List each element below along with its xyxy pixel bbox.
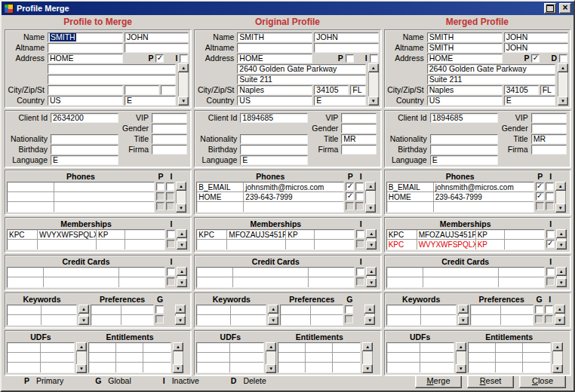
udf-cell[interactable] <box>387 343 420 353</box>
scroll-up-icon[interactable] <box>362 342 373 351</box>
primary-checkbox[interactable] <box>346 192 354 201</box>
memberships-scrollbar[interactable] <box>177 229 187 250</box>
udf-cell[interactable] <box>8 343 41 353</box>
language-field[interactable]: E <box>430 155 498 165</box>
entitlement-cell[interactable] <box>469 353 496 363</box>
inactive-checkbox[interactable] <box>356 277 364 286</box>
scroll-down-icon[interactable] <box>556 240 567 250</box>
scrollbar-track[interactable] <box>76 351 87 364</box>
address-type-field[interactable]: HOME <box>48 54 123 63</box>
firma-field[interactable] <box>531 145 567 155</box>
keyword-cell[interactable] <box>387 305 421 315</box>
inactive-checkbox[interactable] <box>546 202 554 210</box>
entitlements-scrollbar[interactable] <box>362 342 373 373</box>
inactive-checkbox[interactable] <box>356 240 364 248</box>
scroll-up-icon[interactable] <box>458 305 469 314</box>
credit-card-cell[interactable] <box>499 277 544 287</box>
global-checkbox[interactable] <box>535 305 543 314</box>
preference-cell[interactable] <box>281 305 311 315</box>
credit-card-cell[interactable] <box>119 277 165 287</box>
primary-checkbox[interactable] <box>156 182 165 191</box>
scroll-down-icon[interactable] <box>266 364 276 373</box>
membership-cell[interactable]: KP <box>286 230 315 240</box>
phone-value-cell[interactable] <box>244 202 343 212</box>
phone-type-cell[interactable] <box>387 202 434 212</box>
membership-cell[interactable] <box>197 240 227 250</box>
address-scrollbar[interactable] <box>558 63 568 106</box>
credit-card-cell[interactable] <box>44 277 119 287</box>
zip-field[interactable]: 34105 <box>504 85 539 95</box>
udf-cell[interactable] <box>8 353 41 363</box>
titlebar[interactable]: Profile Merge <box>2 2 573 15</box>
address-line2-field[interactable]: Suite 211 <box>237 75 365 84</box>
address-line2-field[interactable] <box>48 75 176 84</box>
entitlement-cell[interactable] <box>278 343 306 353</box>
state-field[interactable]: FL <box>540 85 555 95</box>
close-button[interactable]: Close <box>519 373 566 388</box>
maximize-button[interactable] <box>544 3 556 14</box>
udf-cell[interactable] <box>41 363 74 372</box>
scroll-up-icon[interactable] <box>555 182 566 191</box>
keyword-cell[interactable] <box>197 315 231 325</box>
state-field[interactable] <box>161 85 176 95</box>
udf-cell[interactable] <box>387 353 420 363</box>
scrollbar-track[interactable] <box>176 191 186 204</box>
membership-cell[interactable] <box>38 240 97 250</box>
primary-checkbox[interactable] <box>536 192 544 201</box>
inactive-checkbox[interactable] <box>355 192 364 201</box>
credit-card-cell[interactable] <box>197 268 233 277</box>
scroll-down-icon[interactable] <box>268 316 278 325</box>
client-id-field[interactable]: 1894685 <box>430 113 498 123</box>
birthday-field[interactable] <box>240 145 308 155</box>
keywords-scrollbar[interactable] <box>268 305 278 325</box>
scroll-down-icon[interactable] <box>365 204 376 213</box>
address-primary-checkbox[interactable] <box>346 54 354 63</box>
memberships-scrollbar[interactable] <box>556 229 567 250</box>
membership-cell[interactable]: KP <box>97 230 125 240</box>
firma-field[interactable] <box>341 145 377 155</box>
entitlement-cell[interactable] <box>523 353 550 363</box>
scrollbar-track[interactable] <box>558 72 568 96</box>
membership-cell[interactable]: KP <box>476 230 505 240</box>
primary-checkbox[interactable] <box>536 202 544 210</box>
title-field[interactable]: MR <box>531 134 567 144</box>
scroll-down-icon[interactable] <box>558 96 568 106</box>
udf-cell[interactable] <box>230 343 263 353</box>
credit-card-cell[interactable] <box>309 277 354 287</box>
phone-type-cell[interactable]: B_EMAIL <box>197 182 244 192</box>
scrollbar-track[interactable] <box>178 72 189 96</box>
primary-checkbox[interactable] <box>346 202 354 210</box>
scroll-up-icon[interactable] <box>173 342 183 351</box>
scroll-down-icon[interactable] <box>364 316 375 325</box>
scrollbar-track[interactable] <box>552 351 563 364</box>
phone-type-cell[interactable] <box>8 182 54 192</box>
address-flag2-checkbox[interactable] <box>370 54 378 63</box>
membership-cell[interactable] <box>315 240 354 250</box>
inactive-checkbox[interactable] <box>545 315 553 323</box>
title-field[interactable] <box>152 134 187 144</box>
credit-cards-scrollbar[interactable] <box>177 267 187 287</box>
preference-cell[interactable] <box>311 305 343 315</box>
credit-card-cell[interactable] <box>119 268 165 277</box>
altname-first-field[interactable] <box>125 43 189 53</box>
entitlements-scrollbar[interactable] <box>173 342 183 373</box>
address-flag2-checkbox[interactable] <box>559 54 567 63</box>
keyword-cell[interactable] <box>387 315 421 325</box>
preference-cell[interactable] <box>121 315 153 325</box>
membership-cell[interactable] <box>227 240 286 250</box>
entitlement-cell[interactable] <box>496 363 523 372</box>
phones-scrollbar[interactable] <box>365 182 376 213</box>
keyword-cell[interactable] <box>8 305 42 315</box>
keyword-cell[interactable] <box>231 315 266 325</box>
scroll-down-icon[interactable] <box>456 364 466 373</box>
state-field[interactable]: FL <box>350 85 365 95</box>
udf-cell[interactable] <box>387 363 420 372</box>
altname-first-field[interactable]: JOHN <box>504 43 568 53</box>
birthday-field[interactable] <box>430 145 498 155</box>
inactive-checkbox[interactable] <box>166 202 174 210</box>
inactive-checkbox[interactable] <box>546 240 555 248</box>
scroll-up-icon[interactable] <box>552 342 563 351</box>
credit-card-cell[interactable] <box>423 277 499 287</box>
inactive-checkbox[interactable] <box>355 202 364 210</box>
country-code-field[interactable]: E <box>125 96 176 106</box>
